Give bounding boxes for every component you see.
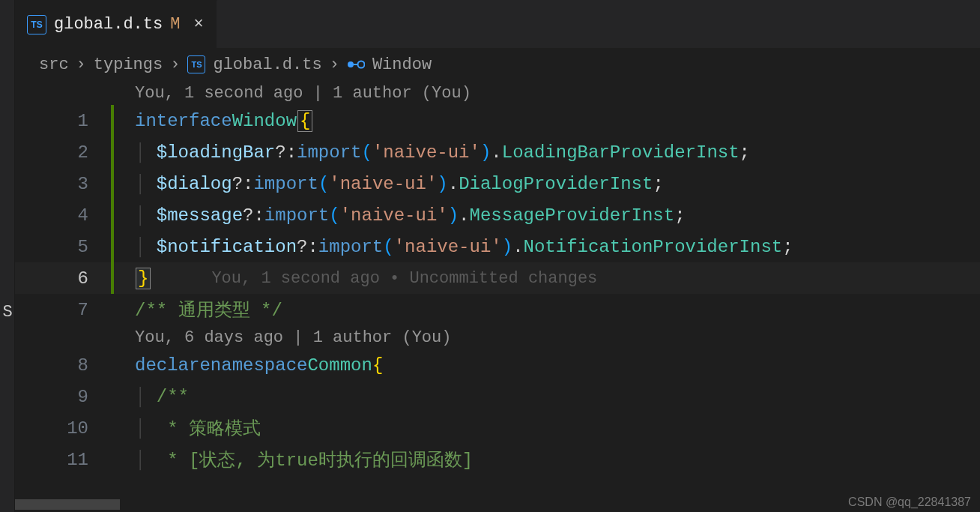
scrollbar-thumb[interactable] (15, 499, 120, 510)
interface-symbol-icon (347, 58, 365, 71)
chevron-right-icon: › (330, 55, 339, 74)
codelens-blame[interactable]: You, 1 second ago | 1 author (You) (15, 81, 980, 105)
tab-global-d-ts[interactable]: TS global.d.ts M × (15, 0, 217, 48)
gutter-modified-indicator (111, 199, 114, 231)
svg-point-0 (348, 61, 354, 67)
inline-blame: You, 1 second ago • Uncommitted changes (211, 269, 597, 288)
line-number: 9 (15, 387, 111, 407)
line-number: 6 (15, 268, 111, 289)
code-line[interactable]: 8 declare namespace Common { (15, 349, 980, 381)
line-number: 4 (15, 205, 111, 226)
line-number: 2 (15, 142, 111, 163)
gutter-spacer (111, 294, 114, 325)
line-number: 8 (15, 355, 111, 376)
gutter-spacer (111, 444, 114, 475)
line-number: 5 (15, 237, 111, 257)
stub-letter: S (0, 303, 15, 322)
chevron-right-icon: › (76, 55, 86, 74)
breadcrumb-file[interactable]: global.d.ts (213, 55, 321, 74)
code-line[interactable]: 1 interface Window { (15, 105, 980, 136)
code-line[interactable]: 4 │ $message?: import('naive-ui').Messag… (15, 199, 980, 231)
code-line[interactable]: 11 │ * [状态, 为true时执行的回调函数] (15, 444, 980, 475)
line-number: 3 (15, 174, 111, 194)
tab-modified-indicator: M (170, 15, 180, 34)
code-line[interactable]: 5 │ $notification?: import('naive-ui').N… (15, 231, 980, 262)
typescript-file-icon: TS (187, 55, 205, 73)
watermark: CSDN @qq_22841387 (848, 496, 971, 509)
horizontal-scrollbar[interactable] (15, 497, 980, 512)
line-number: 1 (15, 111, 111, 131)
svg-point-1 (357, 61, 364, 68)
breadcrumb-src[interactable]: src (39, 55, 69, 74)
breadcrumb-typings[interactable]: typings (94, 55, 163, 74)
line-number: 7 (15, 300, 111, 320)
gutter-modified-indicator (111, 262, 114, 294)
gutter-spacer (111, 349, 114, 381)
code-editor[interactable]: You, 1 second ago | 1 author (You) 1 int… (15, 81, 980, 512)
code-line[interactable]: 3 │ $dialog?: import('naive-ui').DialogP… (15, 168, 980, 199)
breadcrumb: src › typings › TS global.d.ts › Window (39, 48, 980, 81)
code-line[interactable]: 10 │ * 策略模式 (15, 412, 980, 444)
code-line-current[interactable]: 6 }You, 1 second ago • Uncommitted chang… (15, 262, 980, 294)
typescript-file-icon: TS (27, 15, 46, 34)
codelens-blame[interactable]: You, 6 days ago | 1 author (You) (15, 325, 980, 349)
close-icon[interactable]: × (193, 15, 203, 34)
chevron-right-icon: › (170, 55, 180, 74)
gutter-modified-indicator (111, 231, 114, 262)
code-line[interactable]: 9 │ /** (15, 381, 980, 412)
breadcrumb-symbol[interactable]: Window (372, 55, 432, 74)
line-number: 11 (15, 450, 111, 470)
activity-bar-stub: S (0, 0, 15, 512)
tab-filename: global.d.ts (54, 15, 163, 34)
gutter-spacer (111, 381, 114, 412)
code-line[interactable]: 2 │ $loadingBar?: import('naive-ui').Loa… (15, 136, 980, 168)
line-number: 10 (15, 418, 111, 439)
gutter-modified-indicator (111, 168, 114, 199)
code-line[interactable]: 7 /** 通用类型 */ (15, 294, 980, 325)
gutter-modified-indicator (111, 136, 114, 168)
gutter-spacer (111, 412, 114, 444)
editor-tabs: TS global.d.ts M × (15, 0, 980, 48)
gutter-modified-indicator (111, 105, 114, 136)
